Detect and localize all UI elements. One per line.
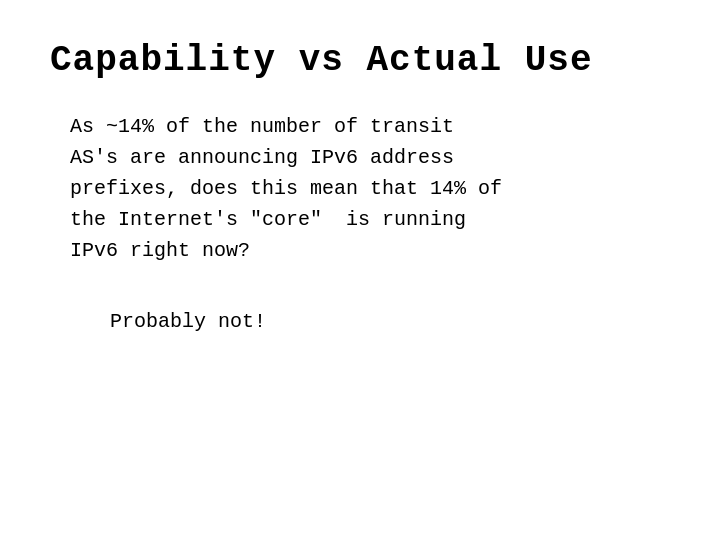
paragraph-main: As ~14% of the number of transit AS's ar… <box>70 111 670 266</box>
slide-container: Capability vs Actual Use As ~14% of the … <box>0 0 720 540</box>
slide-title: Capability vs Actual Use <box>50 40 670 81</box>
slide-body: As ~14% of the number of transit AS's ar… <box>50 111 670 337</box>
paragraph-secondary: Probably not! <box>70 306 670 337</box>
